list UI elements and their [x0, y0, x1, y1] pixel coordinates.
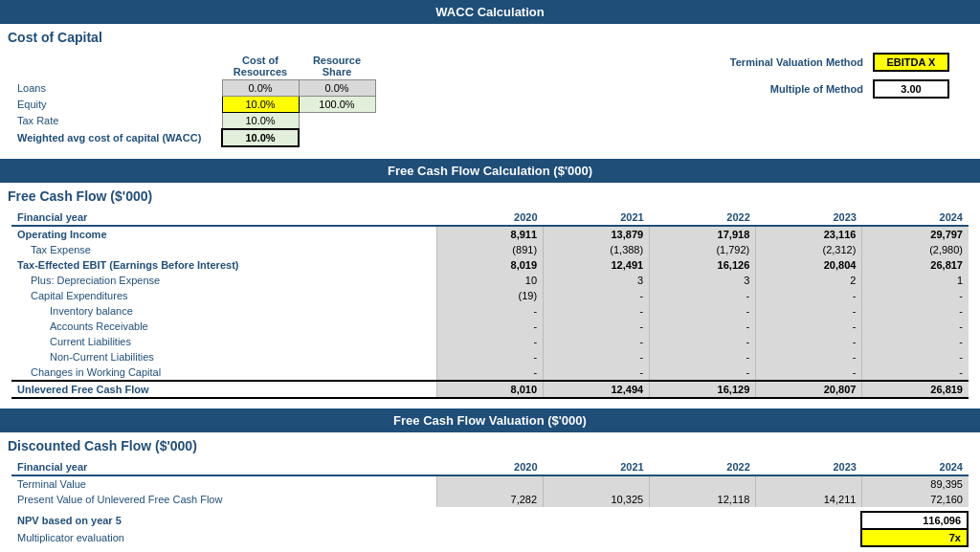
- fcf-cell-1-4: 29,797: [862, 226, 969, 242]
- loans-share: 0.0%: [299, 80, 375, 97]
- fcf-cell-0-1: 2021: [544, 210, 650, 226]
- dcf-row-label-1: Terminal Value: [11, 475, 436, 492]
- tax-rate-val: 10.0%: [222, 113, 299, 130]
- dcf-cell-1-0: [436, 475, 543, 492]
- terminal-valuation-label: Terminal Valuation Method: [691, 56, 863, 68]
- fcf-cell-11-3: 20,807: [756, 381, 862, 398]
- fcf-row-10: Changes in Working Capital-----: [11, 364, 969, 381]
- dcf-row-1: Terminal Value89,395: [11, 475, 969, 492]
- fcf-table: Financial year20202021202220232024Operat…: [11, 210, 969, 399]
- dcf-title: Discounted Cash Flow ($'000): [0, 432, 980, 455]
- loans-cost: 0.0%: [222, 80, 299, 97]
- fcf-cell-4-2: 3: [650, 273, 756, 288]
- fcf-cell-8-3: -: [756, 334, 862, 349]
- fcf-cell-8-4: -: [862, 334, 969, 349]
- fcf-cell-11-1: 12,494: [544, 381, 650, 398]
- cost-of-capital-title: Cost of Capital: [0, 24, 980, 47]
- dcf-header: Free Cash Flow Valuation ($'000): [0, 408, 980, 432]
- fcf-cell-5-0: (19): [436, 288, 543, 303]
- fcf-row-6: Inventory balance-----: [11, 303, 969, 319]
- equity-label: Equity: [11, 97, 222, 113]
- fcf-row-label-6: Inventory balance: [11, 303, 436, 319]
- fcf-cell-6-1: -: [544, 303, 650, 319]
- fcf-cell-5-3: -: [756, 288, 862, 303]
- fcf-cell-8-1: -: [544, 334, 650, 349]
- npv-value: 116,096: [861, 512, 968, 529]
- fcf-cell-7-1: -: [544, 319, 650, 334]
- multiplicator-label: Multiplicator evaluation: [11, 529, 436, 546]
- fcf-cell-2-2: (1,792): [650, 242, 756, 257]
- wacc-val: 10.0%: [222, 129, 299, 146]
- fcf-cell-7-4: -: [862, 319, 969, 334]
- dcf-cell-0-3: 2023: [756, 459, 862, 475]
- fcf-cell-3-1: 12,491: [544, 257, 650, 273]
- dcf-body: Financial year20202021202220232024Termin…: [0, 455, 980, 552]
- npv-label: NPV based on year 5: [11, 512, 436, 529]
- fcf-cell-7-0: -: [436, 319, 543, 334]
- wacc-row-label: Weighted avg cost of capital (WACC): [11, 129, 222, 146]
- fcf-cell-11-4: 26,819: [862, 381, 969, 398]
- fcf-cell-1-0: 8,911: [436, 226, 543, 242]
- fcf-cell-8-0: -: [436, 334, 543, 349]
- fcf-cell-3-0: 8,019: [436, 257, 543, 273]
- fcf-row-label-8: Current Liabilities: [11, 334, 436, 349]
- fcf-row-label-10: Changes in Working Capital: [11, 364, 436, 381]
- fcf-cell-10-0: -: [436, 364, 543, 381]
- wacc-col2-header: Resource Share: [299, 53, 375, 80]
- fcf-cell-10-1: -: [544, 364, 650, 381]
- fcf-cell-10-2: -: [650, 364, 756, 381]
- multiplicator-row: Multiplicator evaluation 7x: [11, 529, 968, 546]
- fcf-cell-8-2: -: [650, 334, 756, 349]
- dcf-cell-2-1: 10,325: [544, 492, 650, 507]
- dcf-cell-2-3: 14,211: [756, 492, 862, 507]
- fcf-cell-10-3: -: [756, 364, 862, 381]
- fcf-cell-0-0: 2020: [436, 210, 543, 226]
- dcf-cell-0-2: 2022: [650, 459, 756, 475]
- equity-cost[interactable]: 10.0%: [222, 97, 299, 113]
- dcf-cell-1-3: [756, 475, 862, 492]
- multiplicator-value[interactable]: 7x: [861, 529, 968, 546]
- wacc-left-panel: Cost of Resources Resource Share Loans 0…: [11, 53, 376, 147]
- fcf-cell-9-3: -: [756, 349, 862, 364]
- fcf-cell-1-2: 17,918: [650, 226, 756, 242]
- wacc-right-panel: Terminal Valuation Method EBITDA X Multi…: [691, 53, 969, 147]
- fcf-cell-9-2: -: [650, 349, 756, 364]
- dcf-cell-1-4: 89,395: [862, 475, 969, 492]
- fcf-cell-4-1: 3: [544, 273, 650, 288]
- fcf-row-11: Unlevered Free Cash Flow8,01012,49416,12…: [11, 381, 969, 398]
- fcf-cell-1-3: 23,116: [756, 226, 862, 242]
- fcf-cell-6-3: -: [756, 303, 862, 319]
- dcf-cell-0-0: 2020: [436, 459, 543, 475]
- fcf-cell-9-4: -: [862, 349, 969, 364]
- multiple-of-method-val[interactable]: 3.00: [873, 79, 949, 99]
- fcf-row-label-5: Capital Expenditures: [11, 288, 436, 303]
- multiple-of-method-label: Multiple of Method: [691, 83, 863, 95]
- fcf-cell-0-3: 2023: [756, 210, 862, 226]
- fcf-cell-7-2: -: [650, 319, 756, 334]
- dcf-row-label-0: Financial year: [11, 459, 436, 475]
- fcf-cell-4-3: 2: [756, 273, 862, 288]
- dcf-table: Financial year20202021202220232024Termin…: [11, 459, 969, 507]
- fcf-cell-2-1: (1,388): [544, 242, 650, 257]
- fcf-row-9: Non-Current Liabilities-----: [11, 349, 969, 364]
- dcf-row-label-2: Present Value of Unlevered Free Cash Flo…: [11, 492, 436, 507]
- fcf-cell-5-2: -: [650, 288, 756, 303]
- terminal-valuation-row: Terminal Valuation Method EBITDA X: [691, 53, 949, 72]
- terminal-valuation-val[interactable]: EBITDA X: [873, 53, 949, 72]
- fcf-cell-4-4: 1: [862, 273, 969, 288]
- dcf-cell-2-0: 7,282: [436, 492, 543, 507]
- fcf-body: Financial year20202021202220232024Operat…: [0, 206, 980, 407]
- fcf-row-label-4: Plus: Depreciation Expense: [11, 273, 436, 288]
- fcf-cell-6-4: -: [862, 303, 969, 319]
- fcf-cell-11-0: 8,010: [436, 381, 543, 398]
- fcf-row-4: Plus: Depreciation Expense103321: [11, 273, 969, 288]
- fcf-cell-4-0: 10: [436, 273, 543, 288]
- fcf-row-2: Tax Expense(891)(1,388)(1,792)(2,312)(2,…: [11, 242, 969, 257]
- fcf-row-label-2: Tax Expense: [11, 242, 436, 257]
- fcf-row-7: Accounts Receivable-----: [11, 319, 969, 334]
- fcf-cell-2-4: (2,980): [862, 242, 969, 257]
- dcf-cell-0-1: 2021: [544, 459, 650, 475]
- fcf-cell-2-3: (2,312): [756, 242, 862, 257]
- wacc-header: WACC Calculation: [0, 0, 980, 24]
- wacc-col1-header: Cost of Resources: [222, 53, 299, 80]
